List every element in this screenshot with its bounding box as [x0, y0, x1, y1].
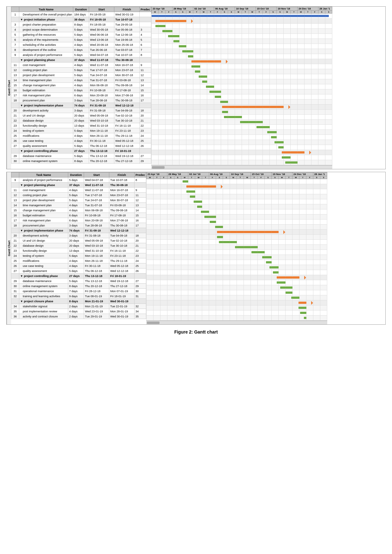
bar-cell	[172, 59, 179, 64]
bar-cell	[147, 290, 154, 295]
task-name: change management plan	[19, 83, 73, 88]
bar-row	[152, 59, 332, 64]
bar-cell	[291, 94, 298, 99]
gantt1-scroll-thumb[interactable]	[152, 166, 165, 169]
bar-cell	[277, 14, 284, 19]
bar-cell	[299, 270, 306, 275]
bar-cell	[256, 19, 263, 24]
bar-cell	[160, 199, 167, 204]
bar-cell	[174, 230, 181, 235]
bar-cell	[214, 79, 221, 84]
bar-cell	[202, 179, 209, 184]
gantt-bar	[230, 231, 237, 233]
gantt-bar	[179, 20, 186, 22]
bar-row	[152, 89, 332, 94]
gantt1-scrollbar[interactable]	[151, 165, 332, 169]
bar-cell	[263, 24, 270, 29]
bar-cell	[251, 199, 258, 204]
gantt2-scroll-thumb[interactable]	[147, 322, 160, 324]
bar-cell	[214, 34, 221, 39]
bar-cell	[263, 19, 270, 24]
task-finish: Tue 30-10-18	[114, 118, 140, 123]
bar-cell	[237, 225, 244, 230]
bar-cell	[209, 189, 216, 194]
bar-cell	[195, 235, 202, 240]
bar-cell	[320, 184, 327, 189]
bar-cell	[311, 34, 318, 39]
bar-cell	[172, 64, 179, 69]
bar-cell	[166, 145, 172, 150]
bar-cell	[305, 115, 311, 120]
bar-cell	[311, 145, 318, 150]
bar-cell	[200, 84, 207, 89]
bar-cell	[292, 280, 299, 285]
bar-cell	[216, 316, 223, 321]
bar-cell	[277, 59, 284, 64]
table-row: 30online management system8 daysThu 20-1…	[11, 159, 151, 164]
bar-cell	[172, 150, 179, 155]
task-name: ▼ project implementaion phase	[19, 103, 73, 108]
bar-cell	[216, 310, 223, 316]
bar-cell	[320, 209, 327, 214]
task-duration: 5 days	[73, 32, 89, 37]
task-finish: Thu 30-08-18	[109, 223, 135, 228]
gantt-bar	[311, 15, 318, 17]
bar-cell	[298, 105, 305, 110]
bar-cell	[318, 19, 325, 24]
bar-cell	[249, 14, 256, 19]
bar-cell	[209, 300, 216, 305]
bar-cell	[265, 240, 272, 245]
bar-cell	[147, 214, 154, 220]
bar-cell	[159, 29, 166, 34]
bar-cell	[200, 34, 207, 39]
phase-end-marker	[226, 60, 228, 63]
bar-row	[147, 280, 327, 285]
bar-cell	[298, 140, 305, 145]
bar-cell	[221, 34, 228, 39]
bar-cell	[235, 39, 242, 44]
task-name: ▼ project Initiation phase	[19, 17, 73, 22]
bar-cell	[228, 39, 235, 44]
task-name: database design	[19, 118, 73, 123]
bar-cell	[230, 179, 237, 184]
bar-cell	[249, 64, 256, 69]
bar-cell	[318, 105, 325, 110]
bar-cell	[166, 49, 172, 54]
col-header-num-2	[11, 172, 19, 178]
bar-cell	[221, 24, 228, 29]
table-row: 27quality assessment5 daysThu 06-12-18We…	[11, 143, 151, 148]
bar-cell	[286, 260, 292, 265]
bar-cell	[202, 184, 209, 189]
task-name: cost management	[19, 63, 73, 68]
task-start: Thu 13-12-18	[84, 274, 109, 279]
task-pred: 22	[135, 248, 146, 253]
task-name: UI and UX design	[19, 113, 73, 118]
bar-cell	[214, 59, 221, 64]
bar-cell	[251, 245, 258, 250]
bar-row	[147, 265, 327, 270]
bar-cell	[207, 140, 214, 145]
task-start: Tue 24-07-18	[89, 73, 114, 78]
bar-cell	[318, 99, 325, 105]
bar-cell	[147, 280, 154, 285]
bar-cell	[202, 316, 209, 321]
task-name: budget estimation	[19, 88, 73, 93]
bar-cell	[152, 130, 159, 135]
bar-cell	[188, 194, 195, 199]
bar-cell	[159, 94, 166, 99]
bar-cell	[202, 214, 209, 220]
bar-cell	[325, 79, 332, 84]
bar-cell	[284, 44, 291, 49]
bar-cell	[251, 295, 258, 300]
task-duration: 2 days	[68, 304, 84, 309]
bar-cell	[214, 120, 221, 125]
bar-cell	[223, 270, 230, 275]
bar-cell	[235, 69, 242, 74]
bar-cell	[166, 79, 172, 84]
bar-cell	[251, 305, 258, 310]
bar-cell	[237, 194, 244, 199]
bar-cell	[320, 235, 327, 240]
bar-cell	[291, 135, 298, 140]
gantt2-scrollbar[interactable]	[146, 321, 327, 324]
day-header-cell: T	[193, 11, 200, 14]
